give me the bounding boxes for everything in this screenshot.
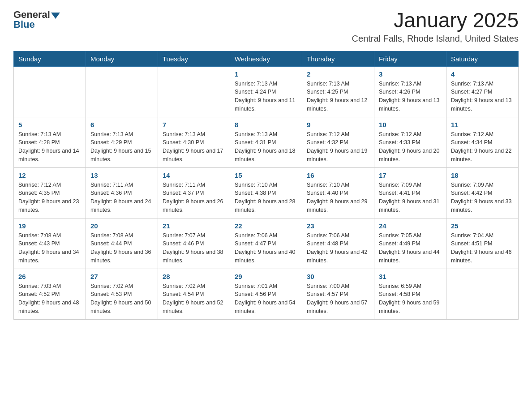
calendar-cell: 7Sunrise: 7:13 AMSunset: 4:30 PMDaylight… xyxy=(158,117,230,167)
day-number: 27 xyxy=(90,273,153,280)
calendar-cell: 30Sunrise: 7:00 AMSunset: 4:57 PMDayligh… xyxy=(302,269,374,319)
day-number: 17 xyxy=(379,171,442,179)
day-number: 4 xyxy=(451,70,514,78)
day-info: Sunrise: 7:13 AMSunset: 4:27 PMDaylight:… xyxy=(451,80,514,113)
day-number: 29 xyxy=(235,273,297,280)
calendar-cell: 13Sunrise: 7:11 AMSunset: 4:36 PMDayligh… xyxy=(86,167,158,218)
day-info: Sunrise: 7:08 AMSunset: 4:44 PMDaylight:… xyxy=(90,231,153,265)
calendar-cell: 8Sunrise: 7:13 AMSunset: 4:31 PMDaylight… xyxy=(230,117,302,167)
calendar-cell: 20Sunrise: 7:08 AMSunset: 4:44 PMDayligh… xyxy=(86,218,158,269)
page-header: General Blue January 2025 Central Falls,… xyxy=(13,9,519,44)
calendar-cell: 12Sunrise: 7:12 AMSunset: 4:35 PMDayligh… xyxy=(14,167,86,218)
calendar-cell xyxy=(446,269,519,319)
day-info: Sunrise: 7:00 AMSunset: 4:57 PMDaylight:… xyxy=(307,282,369,316)
day-number: 22 xyxy=(235,222,297,230)
day-number: 12 xyxy=(18,171,81,179)
day-number: 3 xyxy=(379,70,442,78)
day-number: 19 xyxy=(18,222,81,230)
calendar-cell: 24Sunrise: 7:05 AMSunset: 4:49 PMDayligh… xyxy=(374,218,446,269)
day-info: Sunrise: 7:12 AMSunset: 4:32 PMDaylight:… xyxy=(307,130,369,164)
day-number: 15 xyxy=(235,171,297,179)
day-info: Sunrise: 7:05 AMSunset: 4:49 PMDaylight:… xyxy=(379,231,442,265)
calendar-cell: 11Sunrise: 7:12 AMSunset: 4:34 PMDayligh… xyxy=(446,117,519,167)
week-row-4: 19Sunrise: 7:08 AMSunset: 4:43 PMDayligh… xyxy=(14,218,519,269)
day-info: Sunrise: 7:12 AMSunset: 4:34 PMDaylight:… xyxy=(451,130,514,164)
calendar-cell xyxy=(86,66,158,117)
calendar-cell: 19Sunrise: 7:08 AMSunset: 4:43 PMDayligh… xyxy=(14,218,86,269)
day-number: 26 xyxy=(18,273,81,280)
header-day-saturday: Saturday xyxy=(446,51,519,66)
month-year-title: January 2025 xyxy=(352,9,519,32)
header-day-monday: Monday xyxy=(86,51,158,66)
calendar-cell: 10Sunrise: 7:12 AMSunset: 4:33 PMDayligh… xyxy=(374,117,446,167)
calendar-cell: 25Sunrise: 7:04 AMSunset: 4:51 PMDayligh… xyxy=(446,218,519,269)
day-info: Sunrise: 7:13 AMSunset: 4:24 PMDaylight:… xyxy=(235,80,297,113)
calendar-cell: 9Sunrise: 7:12 AMSunset: 4:32 PMDaylight… xyxy=(302,117,374,167)
logo: General Blue xyxy=(13,9,60,30)
calendar-body: 1Sunrise: 7:13 AMSunset: 4:24 PMDaylight… xyxy=(14,66,519,319)
calendar-cell: 22Sunrise: 7:06 AMSunset: 4:47 PMDayligh… xyxy=(230,218,302,269)
calendar-cell: 14Sunrise: 7:11 AMSunset: 4:37 PMDayligh… xyxy=(158,167,230,218)
day-info: Sunrise: 7:03 AMSunset: 4:52 PMDaylight:… xyxy=(18,282,81,316)
day-info: Sunrise: 7:10 AMSunset: 4:38 PMDaylight:… xyxy=(235,181,297,214)
day-info: Sunrise: 7:13 AMSunset: 4:30 PMDaylight:… xyxy=(163,130,225,164)
day-number: 14 xyxy=(163,171,225,179)
calendar-cell: 31Sunrise: 6:59 AMSunset: 4:58 PMDayligh… xyxy=(374,269,446,319)
day-number: 24 xyxy=(379,222,442,230)
header-row: SundayMondayTuesdayWednesdayThursdayFrid… xyxy=(14,51,519,66)
day-info: Sunrise: 7:12 AMSunset: 4:33 PMDaylight:… xyxy=(379,130,442,164)
calendar-cell xyxy=(158,66,230,117)
day-info: Sunrise: 7:12 AMSunset: 4:35 PMDaylight:… xyxy=(18,181,81,214)
header-day-sunday: Sunday xyxy=(14,51,86,66)
logo-blue: Blue xyxy=(13,19,35,30)
day-number: 5 xyxy=(18,121,81,128)
day-info: Sunrise: 7:11 AMSunset: 4:37 PMDaylight:… xyxy=(163,181,225,214)
calendar-cell: 18Sunrise: 7:09 AMSunset: 4:42 PMDayligh… xyxy=(446,167,519,218)
day-info: Sunrise: 7:06 AMSunset: 4:48 PMDaylight:… xyxy=(307,231,369,265)
day-info: Sunrise: 7:02 AMSunset: 4:54 PMDaylight:… xyxy=(163,282,225,316)
day-info: Sunrise: 7:02 AMSunset: 4:53 PMDaylight:… xyxy=(90,282,153,316)
calendar-cell: 26Sunrise: 7:03 AMSunset: 4:52 PMDayligh… xyxy=(14,269,86,319)
calendar-cell: 28Sunrise: 7:02 AMSunset: 4:54 PMDayligh… xyxy=(158,269,230,319)
logo-arrow-icon xyxy=(51,13,60,19)
day-info: Sunrise: 7:01 AMSunset: 4:56 PMDaylight:… xyxy=(235,282,297,316)
day-number: 10 xyxy=(379,121,442,128)
day-info: Sunrise: 6:59 AMSunset: 4:58 PMDaylight:… xyxy=(379,282,442,316)
header-day-thursday: Thursday xyxy=(302,51,374,66)
day-info: Sunrise: 7:10 AMSunset: 4:40 PMDaylight:… xyxy=(307,181,369,214)
calendar-cell: 6Sunrise: 7:13 AMSunset: 4:29 PMDaylight… xyxy=(86,117,158,167)
day-info: Sunrise: 7:11 AMSunset: 4:36 PMDaylight:… xyxy=(90,181,153,214)
day-number: 11 xyxy=(451,121,514,128)
day-number: 16 xyxy=(307,171,369,179)
day-info: Sunrise: 7:07 AMSunset: 4:46 PMDaylight:… xyxy=(163,231,225,265)
calendar-cell: 29Sunrise: 7:01 AMSunset: 4:56 PMDayligh… xyxy=(230,269,302,319)
day-number: 2 xyxy=(307,70,369,78)
calendar-cell: 4Sunrise: 7:13 AMSunset: 4:27 PMDaylight… xyxy=(446,66,519,117)
day-info: Sunrise: 7:08 AMSunset: 4:43 PMDaylight:… xyxy=(18,231,81,265)
day-info: Sunrise: 7:13 AMSunset: 4:28 PMDaylight:… xyxy=(18,130,81,164)
day-number: 1 xyxy=(235,70,297,78)
day-info: Sunrise: 7:13 AMSunset: 4:31 PMDaylight:… xyxy=(235,130,297,164)
day-number: 25 xyxy=(451,222,514,230)
day-number: 13 xyxy=(90,171,153,179)
week-row-1: 1Sunrise: 7:13 AMSunset: 4:24 PMDaylight… xyxy=(14,66,519,117)
calendar-cell: 27Sunrise: 7:02 AMSunset: 4:53 PMDayligh… xyxy=(86,269,158,319)
day-info: Sunrise: 7:06 AMSunset: 4:47 PMDaylight:… xyxy=(235,231,297,265)
day-number: 7 xyxy=(163,121,225,128)
week-row-2: 5Sunrise: 7:13 AMSunset: 4:28 PMDaylight… xyxy=(14,117,519,167)
header-day-tuesday: Tuesday xyxy=(158,51,230,66)
calendar-cell xyxy=(14,66,86,117)
header-day-friday: Friday xyxy=(374,51,446,66)
day-info: Sunrise: 7:13 AMSunset: 4:29 PMDaylight:… xyxy=(90,130,153,164)
week-row-5: 26Sunrise: 7:03 AMSunset: 4:52 PMDayligh… xyxy=(14,269,519,319)
calendar-cell: 23Sunrise: 7:06 AMSunset: 4:48 PMDayligh… xyxy=(302,218,374,269)
title-section: January 2025 Central Falls, Rhode Island… xyxy=(352,9,519,44)
day-number: 21 xyxy=(163,222,225,230)
day-number: 9 xyxy=(307,121,369,128)
day-number: 30 xyxy=(307,273,369,280)
calendar-cell: 2Sunrise: 7:13 AMSunset: 4:25 PMDaylight… xyxy=(302,66,374,117)
day-number: 6 xyxy=(90,121,153,128)
calendar-cell: 5Sunrise: 7:13 AMSunset: 4:28 PMDaylight… xyxy=(14,117,86,167)
week-row-3: 12Sunrise: 7:12 AMSunset: 4:35 PMDayligh… xyxy=(14,167,519,218)
day-number: 8 xyxy=(235,121,297,128)
